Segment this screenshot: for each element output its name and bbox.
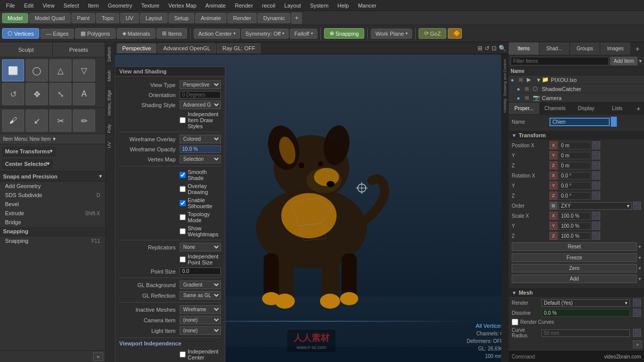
tool-sphere[interactable]: ◯ xyxy=(26,59,48,81)
tab-advanced-opengl[interactable]: Advanced OpenGL xyxy=(157,43,216,53)
vert-tab-uv[interactable]: UV xyxy=(106,137,114,152)
tool-cone[interactable]: △ xyxy=(49,59,71,81)
sds-subdivide-item[interactable]: SDS Subdivide D xyxy=(0,191,105,200)
snapping-list-item[interactable]: Snapping F11 xyxy=(0,236,105,245)
position-z-icon[interactable]: Z xyxy=(549,161,557,169)
tool-box[interactable]: ⬜ xyxy=(2,59,24,81)
rotation-y-anim-button[interactable]: ⬛ xyxy=(592,182,600,190)
position-y-icon[interactable]: Y xyxy=(549,151,557,159)
viewport-independence-header[interactable]: Viewport Independence xyxy=(119,339,221,347)
menu-render[interactable]: Render xyxy=(231,2,257,10)
menu-select[interactable]: Select xyxy=(59,2,83,10)
tab-groups[interactable]: Groups xyxy=(570,42,601,55)
scale-y-anim-button[interactable]: ⬛ xyxy=(592,222,600,230)
tool-move[interactable]: ✥ xyxy=(26,83,48,105)
tool-text[interactable]: A xyxy=(73,83,95,105)
dissolve-input[interactable] xyxy=(541,309,630,317)
enable-silhouette-checkbox[interactable] xyxy=(180,200,186,206)
viewport-fit-icon[interactable]: ⊡ xyxy=(492,45,497,52)
gl-reflection-select[interactable]: Same as GL Background xyxy=(180,291,221,300)
dissolve-anim-button[interactable]: ⬛ xyxy=(633,309,641,317)
materials-button[interactable]: ◈ Materials xyxy=(117,28,156,39)
vert-tab-vertex-edge[interactable]: Vertex, Edge xyxy=(106,85,114,120)
scale-z-anim-button[interactable]: ⬛ xyxy=(592,232,600,240)
tab-shading[interactable]: Shad... xyxy=(539,42,570,55)
edges-button[interactable]: — Edges xyxy=(40,29,74,39)
rotation-z-icon[interactable]: Z xyxy=(549,192,557,200)
scale-z-input[interactable] xyxy=(558,232,591,240)
mode-plus[interactable]: + xyxy=(291,13,302,24)
rotation-y-icon[interactable]: Y xyxy=(549,182,557,190)
tool-eyedrop[interactable]: ↙ xyxy=(26,110,48,132)
name-color-indicator[interactable] xyxy=(611,117,617,127)
viewport-reset-icon[interactable]: ⊞ xyxy=(477,45,482,52)
curve-radius-anim-button[interactable]: ⬛ xyxy=(633,329,641,337)
mode-layout[interactable]: Layout xyxy=(140,13,168,23)
rotation-x-icon[interactable]: X xyxy=(549,171,557,179)
item-shadowcatcher[interactable]: ● ⊞ ⬡ ShadowCatcher xyxy=(515,84,644,94)
view-type-select[interactable]: Perspective xyxy=(180,80,221,89)
scale-x-icon[interactable]: X xyxy=(549,212,557,220)
add-tab-button[interactable]: + xyxy=(631,42,644,55)
vertex-map-select[interactable]: Selection xyxy=(180,155,221,163)
scale-z-icon[interactable]: Z xyxy=(549,232,557,240)
prop-tab-properties[interactable]: Proper... xyxy=(509,103,540,114)
mode-render[interactable]: Render xyxy=(227,13,257,23)
vert-tab-mesh[interactable]: Mesh xyxy=(106,66,114,85)
menu-texture[interactable]: Texture xyxy=(137,2,164,10)
render-curves-checkbox[interactable] xyxy=(512,319,518,325)
light-item-select[interactable]: (none) xyxy=(180,326,221,335)
wireframe-opacity-input[interactable] xyxy=(180,145,221,153)
menu-edit[interactable]: Edit xyxy=(20,2,38,10)
position-z-anim-button[interactable]: ⬛ xyxy=(592,161,600,169)
bevel-item[interactable]: Bevel xyxy=(0,200,105,209)
work-plane-button[interactable]: Work Plane ▾ xyxy=(371,29,412,39)
curve-radius-input[interactable] xyxy=(541,329,630,337)
point-size-input[interactable] xyxy=(180,267,221,275)
add-item-button[interactable]: Add Item xyxy=(610,57,637,65)
mode-paint[interactable]: Paint xyxy=(71,13,95,23)
center-selected-header[interactable]: Center Selected ▾ xyxy=(2,159,53,169)
snaps-precision-header[interactable]: Snaps and Precision ▾ xyxy=(0,171,105,182)
scale-x-anim-button[interactable]: ⬛ xyxy=(592,212,600,220)
rotation-z-anim-button[interactable]: ⬛ xyxy=(592,192,600,200)
position-x-icon[interactable]: X xyxy=(549,141,557,149)
tool-rotate[interactable]: ↺ xyxy=(2,83,24,105)
tool-tri[interactable]: ▽ xyxy=(73,59,95,81)
presets-button[interactable]: Presets xyxy=(53,42,106,57)
order-dropdown[interactable]: ZXY ▾ xyxy=(558,202,632,210)
menu-view[interactable]: View xyxy=(39,2,59,10)
item-pixou[interactable]: ● ⊞ ▶ ▼ 📁 PIXOU.lxo xyxy=(509,75,644,84)
menu-layout[interactable]: Layout xyxy=(280,2,305,10)
viewport-canvas[interactable]: All Vertices Channels: 0 Deformers: OFF … xyxy=(115,54,508,362)
order-anim-button[interactable]: ⬛ xyxy=(633,202,641,210)
more-transforms-header[interactable]: More Transforms ▾ xyxy=(2,146,56,156)
prop-tab-channels[interactable]: Channels xyxy=(540,103,571,114)
tab-images[interactable]: Images xyxy=(600,42,631,55)
position-y-anim-button[interactable]: ⬛ xyxy=(592,151,600,159)
tool-knife[interactable]: ✂ xyxy=(49,110,71,132)
symmetry-button[interactable]: Symmetry: Off ▾ xyxy=(241,29,289,39)
sculpt-button[interactable]: Sculpt xyxy=(0,42,53,57)
snapping-section-header[interactable]: Snapping xyxy=(0,227,105,236)
extrude-item[interactable]: Extrude Shift-X xyxy=(0,209,105,218)
order-icon[interactable]: ⊞ xyxy=(549,202,557,210)
items-button[interactable]: ⊞ Items xyxy=(156,28,187,39)
bridge-item[interactable]: Bridge xyxy=(0,218,105,227)
freeze-button[interactable]: Freeze xyxy=(512,253,637,262)
mode-model-quad[interactable]: Model Quad xyxy=(29,13,70,23)
position-z-input[interactable] xyxy=(558,162,591,169)
prop-tab-lists[interactable]: Lists xyxy=(602,103,633,114)
add-transform-button[interactable]: Add xyxy=(512,275,637,283)
topology-mode-checkbox[interactable] xyxy=(180,214,186,220)
polygons-button[interactable]: ▦ Polygons xyxy=(75,28,115,39)
scale-x-input[interactable] xyxy=(558,212,591,220)
reset-button[interactable]: Reset xyxy=(512,242,637,251)
snapping-button[interactable]: ⊕ Snapping xyxy=(324,28,365,39)
menu-system[interactable]: System xyxy=(306,2,333,10)
mesh-header[interactable]: ▼ Mesh xyxy=(509,288,644,298)
vertices-button[interactable]: ⬡ Vertices xyxy=(2,28,39,39)
filter-input[interactable] xyxy=(511,57,609,65)
scale-y-input[interactable] xyxy=(558,222,591,230)
action-center-button[interactable]: Action Center ▾ xyxy=(194,29,240,39)
